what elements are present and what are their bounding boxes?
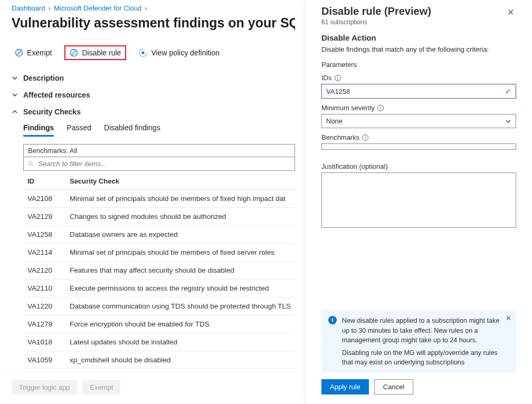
chevron-down-icon — [12, 75, 18, 81]
min-severity-select[interactable]: None — [321, 114, 516, 128]
findings-table: ID Security Check VA2108Minimal set of p… — [23, 171, 295, 369]
cell-security-check: Database communication using TDS should … — [65, 297, 295, 315]
cell-id: VA2108 — [23, 190, 65, 208]
panel-subtitle: 61 subscriptions — [321, 18, 431, 26]
table-row[interactable]: VA1220Database communication using TDS s… — [23, 297, 295, 315]
cell-id: VA2120 — [23, 262, 65, 280]
benchmarks-label: Benchmarks i — [321, 133, 516, 141]
disable-icon — [70, 49, 78, 57]
table-row[interactable]: VA2110Execute permissions to access the … — [23, 280, 295, 297]
cell-security-check: Force encryption should be enabled for T… — [65, 315, 295, 333]
table-row[interactable]: VA1018Latest updates should be installed — [23, 333, 295, 351]
col-id[interactable]: ID — [23, 171, 65, 190]
search-input[interactable] — [37, 159, 290, 168]
cell-security-check: Minimal set of principals should be memb… — [65, 244, 295, 262]
svg-point-4 — [28, 161, 32, 165]
parameters-heading: Parameters — [321, 61, 516, 69]
bottom-bar: Trigger logic app Exempt — [0, 372, 305, 402]
table-row[interactable]: VA1258Database owners are as expected — [23, 226, 295, 244]
ids-value: VA1258 — [326, 88, 350, 95]
min-severity-label: Minimum severity i — [321, 104, 516, 112]
benchmarks-field[interactable] — [321, 143, 516, 150]
table-row[interactable]: VA2120Features that may affect security … — [23, 262, 295, 280]
table-row[interactable]: VA1059xp_cmdshell should be disabled — [23, 351, 295, 369]
ids-field[interactable]: VA1258 ✓ — [321, 84, 516, 99]
info-icon[interactable]: i — [377, 105, 384, 111]
chevron-down-icon — [505, 118, 511, 124]
svg-line-5 — [32, 165, 33, 166]
chevron-up-icon — [12, 109, 18, 115]
cell-id: VA2129 — [23, 208, 65, 226]
section-description[interactable]: Description — [12, 70, 295, 86]
search-filter[interactable] — [23, 157, 295, 171]
disable-action-text: Disable findings that match any of the f… — [321, 45, 516, 53]
table-row[interactable]: VA2114Minimal set of principals should b… — [23, 244, 295, 262]
search-icon — [28, 161, 34, 167]
ids-label-text: IDs — [321, 74, 332, 82]
apply-rule-button[interactable]: Apply rule — [321, 379, 369, 395]
info-icon[interactable]: i — [335, 75, 341, 81]
info-text-1: New disable rules applied to a subscript… — [342, 316, 501, 344]
exempt-button[interactable]: Exempt — [12, 46, 55, 59]
toolbar: Exempt Disable rule View policy definiti… — [12, 45, 295, 60]
chevron-down-icon — [12, 92, 18, 98]
disable-rule-button[interactable]: Disable rule — [64, 45, 126, 60]
justification-textarea[interactable] — [321, 172, 516, 228]
cell-security-check: Changes to signed modules should be auth… — [65, 208, 295, 226]
tabs: Findings Passed Disabled findings — [23, 123, 295, 137]
benchmarks-filter[interactable]: Benchmarks: All — [23, 144, 295, 157]
dismiss-icon[interactable]: ✕ — [506, 314, 511, 323]
cell-security-check: Minimal set of principals should be memb… — [65, 190, 295, 208]
cancel-button[interactable]: Cancel — [374, 379, 413, 395]
cell-security-check: Execute permissions to access the regist… — [65, 280, 295, 297]
cell-id: VA1220 — [23, 297, 65, 315]
cell-security-check: Latest updates should be installed — [65, 333, 295, 351]
table-row[interactable]: VA2108Minimal set of principals should b… — [23, 190, 295, 208]
cell-security-check: xp_cmdshell should be disabled — [65, 351, 295, 369]
exempt-icon — [15, 49, 23, 57]
tab-passed[interactable]: Passed — [66, 123, 91, 137]
close-icon[interactable]: ✕ — [505, 5, 516, 20]
tab-findings[interactable]: Findings — [23, 123, 54, 137]
view-policy-label: View policy definition — [151, 49, 220, 57]
exempt-bottom-button[interactable]: Exempt — [82, 380, 120, 395]
disable-action-heading: Disable Action — [321, 33, 516, 42]
cell-id: VA2114 — [23, 244, 65, 262]
svg-line-2 — [72, 51, 77, 55]
trigger-logic-app-button[interactable]: Trigger logic app — [12, 380, 77, 395]
cell-id: VA1279 — [23, 315, 65, 333]
section-affected[interactable]: Affected resources — [12, 86, 295, 103]
section-label: Description — [23, 74, 64, 82]
cell-security-check: Features that may affect security should… — [65, 262, 295, 280]
panel-title: Disable rule (Preview) — [321, 5, 431, 17]
breadcrumb: Dashboard › Microsoft Defender for Cloud… — [12, 4, 295, 12]
min-severity-value: None — [326, 117, 343, 125]
policy-icon — [139, 49, 147, 57]
section-label: Security Checks — [23, 108, 81, 116]
section-security-checks[interactable]: Security Checks — [12, 103, 295, 120]
table-row[interactable]: VA1279Force encryption should be enabled… — [23, 315, 295, 333]
info-box: i New disable rules applied to a subscri… — [321, 310, 516, 373]
cell-id: VA1258 — [23, 226, 65, 244]
tab-disabled[interactable]: Disabled findings — [104, 123, 160, 137]
col-security-check[interactable]: Security Check — [65, 171, 295, 190]
min-severity-label-text: Minimum severity — [321, 104, 375, 112]
table-row[interactable]: VA2129Changes to signed modules should b… — [23, 208, 295, 226]
ids-label: IDs i — [321, 74, 516, 82]
chevron-right-icon: › — [145, 4, 147, 12]
cell-id: VA1059 — [23, 351, 65, 369]
info-icon: i — [328, 316, 337, 324]
breadcrumb-item-defender[interactable]: Microsoft Defender for Cloud — [54, 4, 141, 12]
disable-rule-panel: Disable rule (Preview) 61 subscriptions … — [305, 0, 532, 404]
cell-id: VA1018 — [23, 333, 65, 351]
info-icon[interactable]: i — [362, 134, 368, 141]
checkmark-icon: ✓ — [505, 87, 511, 95]
benchmarks-label-text: Benchmarks — [321, 133, 359, 141]
chevron-right-icon: › — [49, 4, 51, 12]
svg-point-3 — [142, 52, 145, 54]
cell-security-check: Database owners are as expected — [65, 226, 295, 244]
breadcrumb-item-dashboard[interactable]: Dashboard — [12, 4, 45, 12]
info-text-2: Disabling rule on the MG will apply/over… — [342, 348, 501, 367]
section-label: Affected resources — [23, 91, 90, 99]
view-policy-button[interactable]: View policy definition — [136, 46, 223, 59]
